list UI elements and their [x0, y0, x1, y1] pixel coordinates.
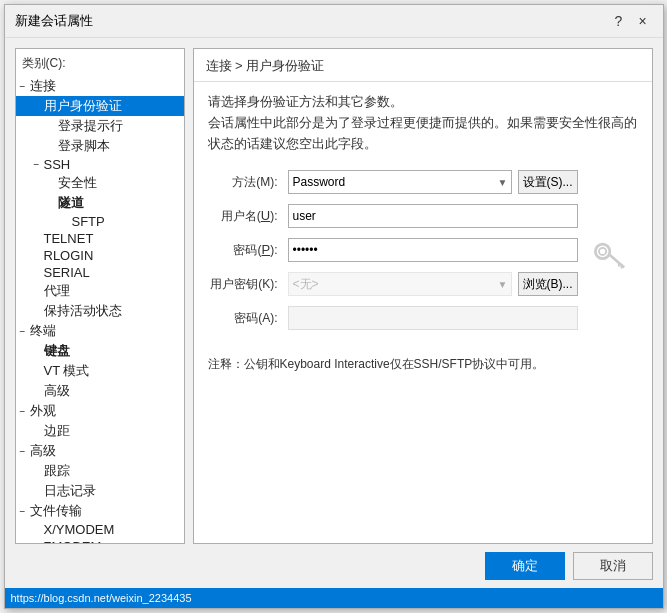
- method-label: 方法(M):: [208, 174, 288, 191]
- passphrase-row: 密码(A):: [208, 306, 578, 330]
- expand-icon: −: [30, 159, 44, 170]
- method-control-wrap: Password PublicKey Keyboard Interactive …: [288, 170, 578, 194]
- tree-item-log[interactable]: 日志记录: [16, 481, 184, 501]
- tree-item-serial[interactable]: SERIAL: [16, 264, 184, 281]
- tree-label: 日志记录: [44, 482, 180, 500]
- expand-icon: −: [16, 406, 30, 417]
- tree-label: 键盘: [44, 342, 180, 360]
- status-text: https://blog.csdn.net/weixin_2234435: [11, 592, 192, 604]
- right-header: 连接 > 用户身份验证: [194, 49, 652, 82]
- svg-point-0: [595, 245, 609, 259]
- tree-label: SFTP: [72, 214, 180, 229]
- expand-icon: −: [16, 81, 30, 92]
- tree-item-keyboard[interactable]: 键盘: [16, 341, 184, 361]
- tree-item-ssh[interactable]: −SSH: [16, 156, 184, 173]
- title-controls: ? ×: [609, 11, 653, 31]
- key-icon-area: [578, 170, 638, 340]
- tree-label: 外观: [30, 402, 180, 420]
- help-button[interactable]: ?: [609, 11, 629, 31]
- tree-item-advanced[interactable]: 高级: [16, 381, 184, 401]
- tree-item-margins[interactable]: 边距: [16, 421, 184, 441]
- password-row: 密码(P):: [208, 238, 578, 262]
- tree-item-telnet[interactable]: TELNET: [16, 230, 184, 247]
- tree-container: −连接用户身份验证登录提示行登录脚本−SSH安全性隧道SFTPTELNETRLO…: [16, 76, 184, 544]
- userkey-select[interactable]: <无>: [288, 272, 512, 296]
- form-fields: 方法(M): Password PublicKey Keyboard Inter…: [208, 170, 578, 340]
- tree-item-sftp[interactable]: SFTP: [16, 213, 184, 230]
- tree-item-terminal[interactable]: −终端: [16, 321, 184, 341]
- tree-label: 边距: [44, 422, 180, 440]
- tree-item-rlogin[interactable]: RLOGIN: [16, 247, 184, 264]
- right-content: 请选择身份验证方法和其它参数。 会话属性中此部分是为了登录过程更便捷而提供的。如…: [194, 82, 652, 543]
- method-row: 方法(M): Password PublicKey Keyboard Inter…: [208, 170, 578, 194]
- tree-label: 连接: [30, 77, 180, 95]
- ok-button[interactable]: 确定: [485, 552, 565, 580]
- tree-label: 高级: [30, 442, 180, 460]
- cancel-button[interactable]: 取消: [573, 552, 653, 580]
- method-select[interactable]: Password PublicKey Keyboard Interactive …: [288, 170, 512, 194]
- right-panel: 连接 > 用户身份验证 请选择身份验证方法和其它参数。 会话属性中此部分是为了登…: [193, 48, 653, 544]
- description: 请选择身份验证方法和其它参数。 会话属性中此部分是为了登录过程更便捷而提供的。如…: [208, 92, 638, 154]
- dialog-title: 新建会话属性: [15, 12, 93, 30]
- tree-item-security[interactable]: 安全性: [16, 173, 184, 193]
- tree-item-tunnel[interactable]: 隧道: [16, 193, 184, 213]
- close-button[interactable]: ×: [633, 11, 653, 31]
- left-panel: 类别(C): −连接用户身份验证登录提示行登录脚本−SSH安全性隧道SFTPTE…: [15, 48, 185, 544]
- tree-item-connect[interactable]: −连接: [16, 76, 184, 96]
- tree-item-xymodem[interactable]: X/YMODEM: [16, 521, 184, 538]
- tree-label: 登录脚本: [58, 137, 180, 155]
- tree-label: 文件传输: [30, 502, 180, 520]
- password-input[interactable]: [288, 238, 578, 262]
- tree-label: SSH: [44, 157, 180, 172]
- tree-label: 安全性: [58, 174, 180, 192]
- tree-label: 高级: [44, 382, 180, 400]
- tree-item-auth[interactable]: 用户身份验证: [16, 96, 184, 116]
- password-label: 密码(P):: [208, 242, 288, 259]
- username-label: 用户名(U):: [208, 208, 288, 225]
- svg-point-1: [599, 248, 606, 255]
- userkey-control-wrap: <无> ▼ 浏览(B)...: [288, 272, 578, 296]
- dialog-footer: 确定 取消: [5, 544, 663, 588]
- settings-button[interactable]: 设置(S)...: [518, 170, 578, 194]
- dialog-body: 类别(C): −连接用户身份验证登录提示行登录脚本−SSH安全性隧道SFTPTE…: [5, 38, 663, 544]
- tree-label: VT 模式: [44, 362, 180, 380]
- userkey-label: 用户密钥(K):: [208, 276, 288, 293]
- note-text: 注释：公钥和Keyboard Interactive仅在SSH/SFTP协议中可…: [208, 356, 638, 373]
- tree-label: 跟踪: [44, 462, 180, 480]
- expand-icon: −: [16, 446, 30, 457]
- expand-icon: −: [16, 506, 30, 517]
- method-select-wrap: Password PublicKey Keyboard Interactive …: [288, 170, 512, 194]
- category-label: 类别(C):: [16, 53, 184, 76]
- tree-item-appearance[interactable]: −外观: [16, 401, 184, 421]
- tree-item-vt[interactable]: VT 模式: [16, 361, 184, 381]
- status-bar: https://blog.csdn.net/weixin_2234435: [5, 588, 663, 608]
- browse-button[interactable]: 浏览(B)...: [518, 272, 578, 296]
- title-bar: 新建会话属性 ? ×: [5, 5, 663, 38]
- dialog: 新建会话属性 ? × 类别(C): −连接用户身份验证登录提示行登录脚本−SSH…: [4, 4, 664, 609]
- passphrase-control-wrap: [288, 306, 578, 330]
- breadcrumb: 连接 > 用户身份验证: [206, 58, 325, 73]
- tree-item-trace[interactable]: 跟踪: [16, 461, 184, 481]
- desc-line2: 会话属性中此部分是为了登录过程更便捷而提供的。如果需要安全性很高的状态的话建议您…: [208, 113, 638, 155]
- tree-item-loginprompt[interactable]: 登录提示行: [16, 116, 184, 136]
- tree-label: 隧道: [58, 194, 180, 212]
- userkey-row: 用户密钥(K): <无> ▼ 浏览(B)...: [208, 272, 578, 296]
- tree-item-loginscript[interactable]: 登录脚本: [16, 136, 184, 156]
- username-row: 用户名(U):: [208, 204, 578, 228]
- password-control-wrap: [288, 238, 578, 262]
- tree-label: X/YMODEM: [44, 522, 180, 537]
- tree-item-proxy[interactable]: 代理: [16, 281, 184, 301]
- tree-label: 用户身份验证: [44, 97, 180, 115]
- tree-label: 登录提示行: [58, 117, 180, 135]
- tree-label: 保持活动状态: [44, 302, 180, 320]
- desc-line1: 请选择身份验证方法和其它参数。: [208, 92, 638, 113]
- tree-item-advanced2[interactable]: −高级: [16, 441, 184, 461]
- expand-icon: −: [16, 326, 30, 337]
- tree-item-keepalive[interactable]: 保持活动状态: [16, 301, 184, 321]
- tree-item-filetransfer[interactable]: −文件传输: [16, 501, 184, 521]
- username-input[interactable]: [288, 204, 578, 228]
- tree-label: 代理: [44, 282, 180, 300]
- form-area: 方法(M): Password PublicKey Keyboard Inter…: [208, 170, 638, 340]
- passphrase-label: 密码(A):: [208, 310, 288, 327]
- tree-label: TELNET: [44, 231, 180, 246]
